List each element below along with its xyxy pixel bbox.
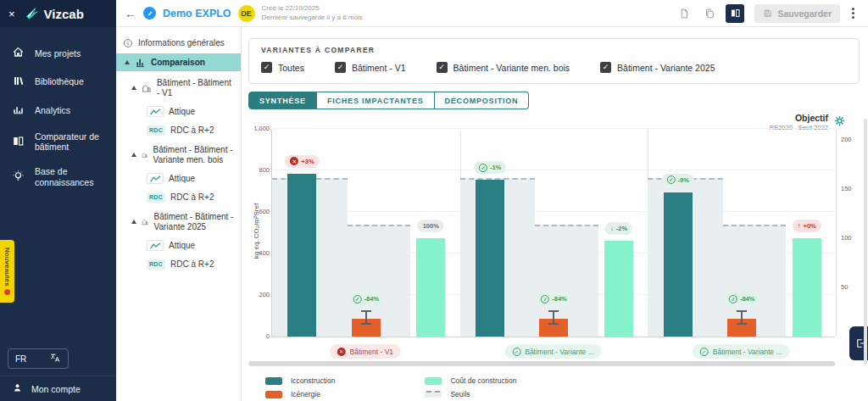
bar-cout-construction: [604, 241, 633, 337]
person-icon: [12, 382, 23, 395]
sidebar-item-label: Base de connaissances: [35, 166, 104, 187]
building-icon: [142, 149, 148, 160]
home-icon: [12, 46, 25, 61]
tree-item-attique-2[interactable]: Attique: [116, 170, 241, 187]
check-icon: ✓: [541, 295, 549, 304]
translate-icon: [49, 352, 61, 365]
tree-item-attique-1[interactable]: Attique: [116, 103, 241, 120]
collapse-icon[interactable]: [131, 86, 136, 90]
tree-item-label: Attique: [169, 174, 195, 184]
tree-item-rdc-2[interactable]: RDCRDC à R+2: [116, 190, 241, 205]
sidebar-item-analytics[interactable]: Analytics: [0, 96, 116, 125]
more-menu-icon[interactable]: [847, 8, 860, 19]
sidebar-item-compare[interactable]: Comparateur de bâtiment: [0, 125, 116, 159]
vertical-scrollbar[interactable]: [864, 119, 867, 365]
group-label-text: Bâtiment - Variante ...: [525, 348, 594, 356]
info-icon: [123, 38, 133, 48]
attique-icon: [147, 173, 164, 184]
legend-item: Seuils: [425, 390, 516, 398]
delta-badge: ✓-1%: [474, 161, 506, 174]
save-button[interactable]: Sauvegarder: [754, 4, 840, 23]
legend-swatch-dashed: [425, 391, 442, 398]
collapse-icon[interactable]: [131, 220, 136, 224]
tree-item-informations[interactable]: Informations générales: [116, 36, 241, 51]
tree-item-label: Attique: [169, 241, 195, 251]
language-value: FR: [15, 354, 26, 364]
variants-row: ✓Toutes✓Bâtiment - V1✓Bâtiment - Variant…: [261, 62, 847, 73]
chart-group-2: ✓-1%✓-84%↓-2%: [460, 130, 648, 337]
bird-icon: [23, 5, 40, 22]
rdc-badge: RDC: [147, 125, 165, 136]
checkbox-icon[interactable]: ✓: [261, 62, 272, 73]
language-selector[interactable]: FR: [8, 348, 69, 369]
axis-tick-right: 50: [841, 283, 860, 291]
tab-synthèse[interactable]: SYNTHÈSE: [248, 92, 317, 109]
tab-décomposition[interactable]: DÉCOMPOSITION: [435, 92, 530, 109]
error-cap-high: [548, 310, 559, 312]
tree-item-label: Attique: [169, 107, 195, 117]
tree-item-rdc-3[interactable]: RDCRDC à R+2: [116, 257, 241, 272]
fail-icon: ×: [290, 157, 298, 165]
account-button[interactable]: Mon compte: [0, 376, 116, 401]
variant-option-2[interactable]: ✓Bâtiment - V1: [335, 62, 406, 73]
chart-group-1: ×+3%✓-84%100%: [272, 130, 460, 337]
error-cap-low: [737, 323, 747, 325]
sidebar-item-bulb[interactable]: Base de connaissances: [0, 159, 116, 194]
sidebar-item-library[interactable]: Bibliothèque: [0, 68, 116, 97]
tree-item-label: Bâtiment - Bâtiment - Variante 2025: [154, 212, 236, 231]
document-button[interactable]: [675, 4, 693, 23]
legend-label: Coût de construction: [450, 376, 516, 385]
tree-item-label: Comparaison: [151, 58, 205, 68]
comparator-button[interactable]: [726, 4, 744, 23]
avatar[interactable]: DE: [238, 5, 255, 22]
group-label-3[interactable]: ✓Bâtiment - Variante ...: [693, 344, 790, 359]
tab-fiches-impactantes[interactable]: FICHES IMPACTANTES: [317, 92, 435, 109]
error-bar: [741, 311, 743, 324]
logo-text: Vizcab: [44, 7, 84, 21]
y-axis-label: kg éq. CO₂/m²Sref: [253, 181, 260, 282]
tree-item-building-3[interactable]: Bâtiment - Bâtiment - Variante 2025: [116, 209, 241, 234]
news-tab-label: Nouveautés: [3, 248, 11, 286]
variant-option-label: Bâtiment - Variante 2025: [617, 63, 715, 73]
tree-item-label: RDC à R+2: [170, 259, 214, 270]
horizontal-scrollbar[interactable]: [248, 361, 835, 366]
variants-panel: VARIANTES À COMPARER ✓Toutes✓Bâtiment - …: [248, 38, 860, 84]
legend-item: Coût de construction: [425, 376, 516, 385]
project-name[interactable]: Demo EXPLO: [163, 8, 231, 19]
tree-item-rdc-1[interactable]: RDCRDC à R+2: [116, 123, 241, 138]
variant-option-label: Bâtiment - Variante men. bois: [453, 63, 570, 73]
error-bar: [365, 311, 367, 324]
tree-item-building-1[interactable]: Bâtiment - Bâtiment - V1: [116, 75, 241, 100]
tree-item-attique-3[interactable]: Attique: [116, 237, 241, 253]
axis-tick-left: 1,000: [250, 125, 270, 132]
tree-item-comparaison[interactable]: Comparaison: [116, 53, 241, 71]
group-label-1[interactable]: ×Bâtiment - V1: [330, 344, 402, 359]
group-label-2[interactable]: ✓Bâtiment - Variante ...: [504, 344, 602, 359]
sidebar-item-label: Mes projets: [35, 48, 81, 59]
delta-badge: 100%: [418, 220, 444, 232]
close-icon[interactable]: ×: [8, 8, 15, 19]
tree-item-label: Bâtiment - Bâtiment - V1: [157, 78, 236, 97]
news-tab[interactable]: Nouveautés: [0, 240, 14, 303]
duplicate-button[interactable]: [700, 4, 719, 23]
collapse-icon[interactable]: [125, 60, 130, 64]
edit-project-icon[interactable]: [143, 7, 156, 19]
sidebar: × Vizcab Mes projetsBibliothèqueAnalytic…: [0, 0, 116, 401]
checkbox-icon[interactable]: ✓: [335, 62, 346, 73]
document-icon: [678, 8, 690, 19]
tree-item-label: RDC à R+2: [170, 192, 214, 203]
checkbox-icon[interactable]: ✓: [600, 62, 611, 73]
sidebar-item-home[interactable]: Mes projets: [0, 39, 116, 68]
checkbox-icon[interactable]: ✓: [437, 62, 448, 73]
variant-option-4[interactable]: ✓Bâtiment - Variante 2025: [600, 62, 715, 73]
variant-option-3[interactable]: ✓Bâtiment - Variante men. bois: [437, 62, 570, 73]
collapse-icon[interactable]: [131, 153, 136, 157]
delta-badge: ↓-2%: [605, 222, 632, 235]
variant-option-1[interactable]: ✓Toutes: [261, 62, 304, 73]
group-label-text: Bâtiment - Variante ...: [713, 348, 782, 356]
analytics-icon: [12, 103, 25, 118]
tree-item-label: RDC à R+2: [170, 125, 214, 136]
tree-item-building-2[interactable]: Bâtiment - Bâtiment - Variante men. bois: [116, 142, 241, 167]
chart-group-3: ✓-9%✓-84%↑+0%: [648, 130, 836, 337]
back-arrow-icon[interactable]: ←: [125, 7, 136, 20]
